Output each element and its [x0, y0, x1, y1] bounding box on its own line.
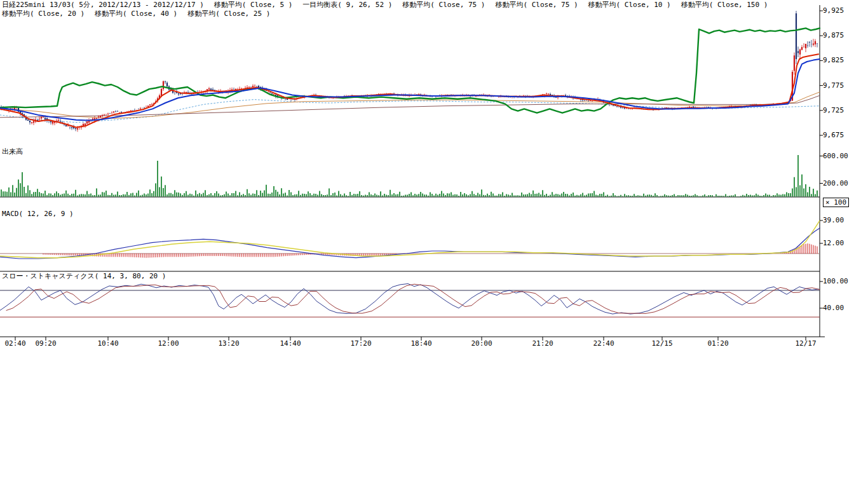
- stoch-line-K: [0, 284, 818, 315]
- time-axis-label: 01:20: [703, 339, 733, 348]
- y-axis-label: 200.00: [823, 179, 848, 187]
- y-axis-label: 40.00: [823, 304, 844, 312]
- legend-ma20: 移動平均( Close, 20 ): [2, 10, 85, 18]
- time-axis-label: 12:00: [153, 339, 184, 348]
- y-axis-label: 9,675: [823, 131, 844, 139]
- trading-chart-page: 日経225mini 13/03( 5分, 2012/12/13 - 2012/1…: [0, 0, 868, 488]
- symbol-title: 日経225mini 13/03( 5分, 2012/12/13 - 2012/1…: [2, 1, 204, 9]
- y-axis-label: 600.00: [823, 152, 848, 160]
- volume-panel-title: 出来高: [2, 147, 23, 156]
- y-axis-label: 100.00: [823, 277, 848, 285]
- candle-bodies-down: [1, 13, 817, 129]
- y-axis-label: 9,925: [823, 6, 844, 15]
- legend-ma5: 移動平均( Close, 5 ): [214, 1, 292, 9]
- stochastics-panel-title: スロー・ストキャスティクス( 14, 3, 80, 20 ): [2, 272, 166, 280]
- y-axis-label: 9,825: [823, 56, 844, 64]
- overlay-一目均衡表-先行スパン: [0, 100, 820, 123]
- macd-line-シグナル: [0, 220, 820, 258]
- legend-ma75a: 移動平均( Close, 75 ): [402, 1, 485, 9]
- legend-ma150: 移動平均( Close, 150 ): [681, 1, 768, 9]
- time-axis-label: 12/15: [647, 339, 677, 348]
- time-axis-label: 13:20: [214, 339, 244, 348]
- legend-ma40: 移動平均( Close, 40 ): [95, 10, 177, 18]
- y-axis-label: 12.00: [823, 239, 844, 247]
- time-axis-label: 21:20: [527, 339, 558, 348]
- indicator-legend-row-1: 日経225mini 13/03( 5分, 2012/12/13 - 2012/1…: [2, 1, 778, 9]
- y-axis-label: 9,775: [823, 81, 844, 90]
- y-axis-label: 39.00: [823, 216, 844, 224]
- stoch-line-D: [6, 284, 820, 313]
- time-axis-label: 18:40: [406, 339, 437, 348]
- legend-ma10: 移動平均( Close, 10 ): [588, 1, 671, 9]
- time-axis-label: 12/17: [790, 339, 821, 348]
- macd-multiplier-badge: × 100: [823, 198, 849, 207]
- legend-ma75b: 移動平均( Close, 75 ): [495, 1, 578, 9]
- candle-bodies-up: [9, 41, 815, 130]
- macd-panel-title: MACD( 12, 26, 9 ): [2, 210, 74, 218]
- y-axis-label: 9,725: [823, 106, 844, 114]
- time-axis-label: 10:40: [93, 339, 123, 348]
- y-axis-label: 9,875: [823, 31, 844, 39]
- time-axis-label: 09:20: [31, 339, 61, 348]
- volume-bars: [1, 155, 817, 197]
- time-axis-label: 20:00: [466, 339, 497, 348]
- time-axis-label: 14:40: [275, 339, 306, 348]
- time-axis-label: 22:40: [588, 339, 619, 348]
- time-axis-label: 02:40: [0, 339, 31, 348]
- time-axis-label: 17:20: [346, 339, 376, 348]
- legend-ma25: 移動平均( Close, 25 ): [187, 10, 270, 18]
- indicator-legend-row-2: 移動平均( Close, 20 )移動平均( Close, 40 )移動平均( …: [2, 10, 280, 18]
- legend-ichimoku: 一目均衡表( 9, 26, 52 ): [302, 1, 392, 9]
- chart-canvas[interactable]: [0, 0, 868, 356]
